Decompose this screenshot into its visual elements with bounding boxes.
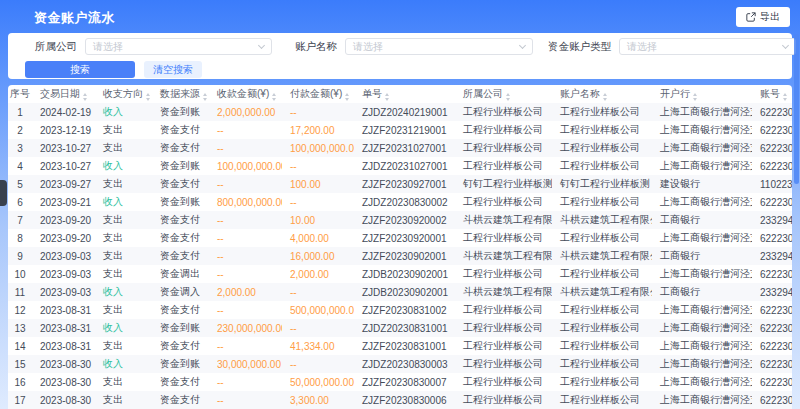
cell-seq: 9 <box>8 247 32 265</box>
account-name-select[interactable]: 请选择 <box>345 38 533 55</box>
col-direction[interactable]: 收支方向 <box>95 85 152 103</box>
cell-direction: 支出 <box>95 391 152 409</box>
export-button[interactable]: 导出 <box>736 7 790 27</box>
cell-account-no: 6222301119 <box>752 373 792 391</box>
table-header-row: 序号 交易日期 收支方向 数据来源 收款金额(¥) 付款金额(¥) 单号 所属公… <box>8 85 792 103</box>
cell-account-no: 6222301119 <box>752 121 792 139</box>
cell-pay-amount: 10.00 <box>282 211 354 229</box>
cell-receive-amount: -- <box>209 139 282 157</box>
cell-account-no: 1102238250 <box>752 175 792 193</box>
sort-icon[interactable] <box>203 93 207 101</box>
col-account-name[interactable]: 账户名称 <box>552 85 652 103</box>
clear-search-button[interactable]: 清空搜索 <box>144 61 202 78</box>
cell-seq: 3 <box>8 139 32 157</box>
scrollbar-thumb[interactable] <box>794 34 799 184</box>
cell-bank: 工商银行 <box>652 283 752 301</box>
cell-account-name: 工程行业样板公司 <box>552 355 652 373</box>
cell-date: 2023-08-30 <box>32 355 95 373</box>
cell-direction: 支出 <box>95 121 152 139</box>
cell-date: 2023-09-20 <box>32 211 95 229</box>
cell-receive-amount: 100,000,000.00 <box>209 157 282 175</box>
col-receive-amount[interactable]: 收款金额(¥) <box>209 85 282 103</box>
company-select[interactable]: 请选择 <box>85 38 272 55</box>
cell-seq: 7 <box>8 211 32 229</box>
cell-source: 资金支付 <box>152 175 209 193</box>
cell-receive-amount: -- <box>209 337 282 355</box>
cell-account-name: 工程行业样板公司 <box>552 193 652 211</box>
cell-account-no: 6222301119 <box>752 265 792 283</box>
sort-icon[interactable] <box>272 93 276 101</box>
cell-direction: 收入 <box>95 193 152 211</box>
cell-order-no: ZJZF20230830006 <box>354 391 455 409</box>
cell-account-name: 工程行业样板公司 <box>552 103 652 121</box>
cell-bank: 上海工商银行漕河泾支行 <box>652 355 752 373</box>
filter-group-account-name: 账户名称 请选择 <box>295 38 533 55</box>
cell-date: 2023-08-31 <box>32 319 95 337</box>
cell-account-name: 工程行业样板公司 <box>552 265 652 283</box>
cell-receive-amount: -- <box>209 373 282 391</box>
cell-company: 钉钉工程行业样板测 <box>455 175 552 193</box>
table-row: 15 2023-08-30 收入 资金到账 30,000,000.00 -- Z… <box>8 355 792 373</box>
sort-icon[interactable] <box>146 93 150 101</box>
cell-account-no: 2332949940 <box>752 211 792 229</box>
cell-direction: 支出 <box>95 373 152 391</box>
cell-pay-amount: -- <box>282 283 354 301</box>
cell-receive-amount: -- <box>209 247 282 265</box>
cell-account-name: 斗栱云建筑工程有限公司 <box>552 247 652 265</box>
table-row: 5 2023-09-27 支出 资金支付 -- 100.00 ZJZF20230… <box>8 175 792 193</box>
cell-account-no: 6222301119 <box>752 391 792 409</box>
sort-icon[interactable] <box>83 93 87 101</box>
sort-icon[interactable] <box>603 93 607 101</box>
table-row: 4 2023-10-27 收入 资金到账 100,000,000.00 -- Z… <box>8 157 792 175</box>
cell-bank: 建设银行 <box>652 175 752 193</box>
col-account-no[interactable]: 账号 <box>752 85 792 103</box>
cell-date: 2023-08-31 <box>32 301 95 319</box>
sort-icon[interactable] <box>506 93 510 101</box>
chevron-down-icon <box>782 41 789 48</box>
table-row: 8 2023-09-20 支出 资金支付 -- 4,000.00 ZJZF202… <box>8 229 792 247</box>
col-order-no[interactable]: 单号 <box>354 85 455 103</box>
filter-panel: 所属公司 请选择 账户名称 请选择 资金账户类型 请选择 展开筛选 搜索 <box>8 33 792 79</box>
cell-receive-amount: 2,000,000.00 <box>209 103 282 121</box>
page-title: 资金账户流水 <box>34 9 115 27</box>
cell-seq: 14 <box>8 337 32 355</box>
col-seq: 序号 <box>8 85 32 103</box>
side-drawer-handle[interactable] <box>0 180 7 206</box>
sort-icon[interactable] <box>693 93 697 101</box>
col-company[interactable]: 所属公司 <box>455 85 552 103</box>
cell-account-name: 工程行业样板公司 <box>552 337 652 355</box>
cell-source: 资金到账 <box>152 157 209 175</box>
cell-account-name: 工程行业样板公司 <box>552 391 652 409</box>
cell-pay-amount: -- <box>282 355 354 373</box>
cell-account-no: 6222301119 <box>752 355 792 373</box>
account-name-select-placeholder: 请选择 <box>353 40 383 54</box>
account-type-select[interactable]: 请选择 <box>619 38 796 55</box>
cell-account-name: 斗栱云建筑工程有限公司 <box>552 283 652 301</box>
search-button[interactable]: 搜索 <box>25 61 135 78</box>
cell-bank: 上海工商银行漕河泾支行 <box>652 229 752 247</box>
cell-account-name: 工程行业样板公司 <box>552 157 652 175</box>
cell-receive-amount: -- <box>209 121 282 139</box>
table-row: 9 2023-09-03 支出 资金支付 -- 16,000.00 ZJZF20… <box>8 247 792 265</box>
table-row: 6 2023-09-21 收入 资金到账 800,000,000.00 -- Z… <box>8 193 792 211</box>
cell-date: 2023-12-19 <box>32 121 95 139</box>
col-bank[interactable]: 开户行 <box>652 85 752 103</box>
cell-receive-amount: 800,000,000.00 <box>209 193 282 211</box>
sort-icon[interactable] <box>345 93 349 101</box>
cell-direction: 支出 <box>95 265 152 283</box>
col-pay-amount[interactable]: 付款金额(¥) <box>282 85 354 103</box>
cell-date: 2023-09-03 <box>32 247 95 265</box>
col-date[interactable]: 交易日期 <box>32 85 95 103</box>
sort-icon[interactable] <box>385 93 389 101</box>
sort-icon[interactable] <box>783 93 787 101</box>
cell-order-no: ZJDB20230902001 <box>354 283 455 301</box>
cell-order-no: ZJDZ20240219001 <box>354 103 455 121</box>
cell-source: 资金支付 <box>152 121 209 139</box>
cell-bank: 上海工商银行漕河泾支行 <box>652 301 752 319</box>
cell-direction: 支出 <box>95 139 152 157</box>
cell-account-no: 2332949940 <box>752 283 792 301</box>
cell-direction: 支出 <box>95 247 152 265</box>
cell-account-name: 工程行业样板公司 <box>552 121 652 139</box>
col-source[interactable]: 数据来源 <box>152 85 209 103</box>
cell-company: 工程行业样板公司 <box>455 301 552 319</box>
